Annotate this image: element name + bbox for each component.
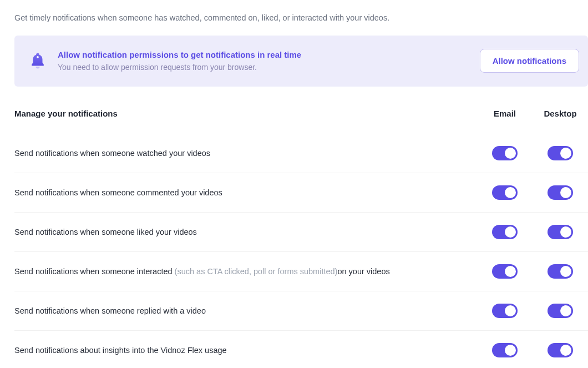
notification-row-watched: Send notifications when someone watched … [14,134,588,173]
row-label: Send notifications when someone commente… [14,188,477,197]
toggle-email-watched[interactable] [492,146,518,160]
row-label: Send notifications when someone interact… [14,267,477,276]
row-label: Send notifications when someone replied … [14,306,477,315]
email-column-header: Email [477,109,533,118]
banner-subtitle: You need to allow permission requests fr… [58,62,301,73]
toggle-desktop-replied[interactable] [548,304,573,318]
toggle-email-commented[interactable] [492,185,518,200]
notification-row-insights: Send notifications about insights into t… [14,331,588,369]
toggle-email-replied[interactable] [492,304,518,318]
row-label: Send notifications about insights into t… [14,346,477,355]
desktop-column-header: Desktop [533,109,588,118]
svg-point-0 [37,56,39,58]
banner-title: Allow notification permissions to get no… [58,49,301,62]
bell-icon [28,51,48,71]
toggle-desktop-interacted[interactable] [548,264,573,279]
table-header: Manage your notifications Email Desktop [14,102,588,134]
allow-notifications-button[interactable]: Allow notifications [480,49,579,73]
toggle-email-insights[interactable] [492,343,518,357]
toggle-email-interacted[interactable] [492,264,518,279]
notification-row-replied: Send notifications when someone replied … [14,291,588,331]
notification-row-interacted: Send notifications when someone interact… [14,252,588,291]
page-description: Get timely notifications when someone ha… [14,0,588,36]
permission-banner: Allow notification permissions to get no… [14,36,588,87]
manage-notifications-heading: Manage your notifications [14,109,477,118]
notification-row-liked: Send notifications when someone liked yo… [14,213,588,252]
notification-row-commented: Send notifications when someone commente… [14,173,588,213]
toggle-desktop-insights[interactable] [548,343,573,357]
toggle-desktop-commented[interactable] [548,185,573,200]
row-label: Send notifications when someone watched … [14,149,477,158]
toggle-desktop-liked[interactable] [548,225,573,239]
toggle-email-liked[interactable] [492,225,518,239]
row-label: Send notifications when someone liked yo… [14,228,477,236]
toggle-desktop-watched[interactable] [548,146,573,160]
